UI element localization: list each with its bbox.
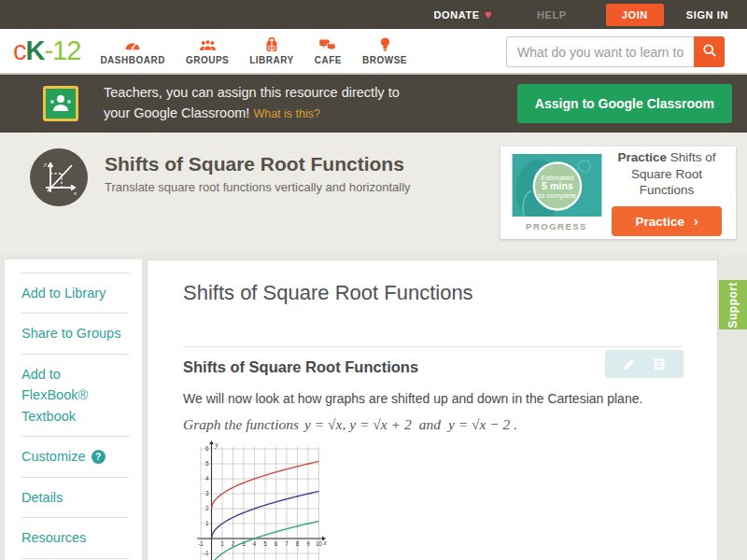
backpack-icon [264, 37, 279, 52]
account-bar: DONATE♥ HELP JOIN SIGN IN [0, 0, 747, 29]
svg-text:-1: -1 [198, 540, 204, 547]
page-title: Shifts of Square Root Functions [105, 153, 404, 175]
donate-heart-icon: ♥ [485, 7, 492, 21]
support-tab-label: Support [726, 282, 740, 329]
graph-figure: -112345678910-2-1123456yx [185, 438, 682, 560]
search-box [506, 36, 725, 67]
svg-text:4: 4 [205, 475, 209, 482]
support-tab[interactable]: Support [719, 280, 747, 329]
nav-item-library[interactable]: LIBRARY [249, 37, 294, 65]
edit-toolbar [605, 350, 684, 378]
svg-text:1: 1 [205, 520, 209, 526]
svg-text:x: x [73, 189, 78, 197]
article-card: Shifts of Square Root Functions Shifts o… [147, 259, 718, 560]
practice-thumbnail-column: Estimated 5 mins to complete PROGRESS [508, 154, 605, 231]
svg-text:x: x [323, 539, 328, 547]
google-classroom-icon [43, 86, 78, 121]
help-link[interactable]: HELP [537, 9, 567, 21]
formula-intro: Graph the functions [183, 416, 299, 432]
search-input[interactable] [506, 36, 694, 67]
exercise-prompt: Graph the functionsy = √x, y = √x + 2and… [183, 416, 682, 433]
search-icon [702, 43, 717, 62]
svg-text:3: 3 [205, 490, 209, 497]
nav-items: DASHBOARD GROUPS LIBRARY CAFE BROWSE [90, 37, 417, 65]
nav-item-dashboard[interactable]: DASHBOARD [100, 38, 165, 65]
nav-item-groups[interactable]: GROUPS [186, 38, 229, 65]
svg-text:8: 8 [296, 540, 300, 547]
practice-cta-column: Practice Shifts of Square Root Functions… [605, 154, 728, 231]
sidebar-item-share-to-groups[interactable]: Share to Groups [21, 313, 129, 353]
nav-label: LIBRARY [249, 55, 294, 65]
svg-text:y: y [215, 441, 219, 449]
article-divider [183, 346, 682, 347]
ck12-page: DONATE♥ HELP JOIN SIGN IN cK-12 DASHBOAR… [0, 0, 747, 560]
formula-part1: y = √x, y = √x + 2 [304, 416, 412, 432]
people-icon [199, 38, 217, 52]
nav-label: DASHBOARD [100, 55, 165, 65]
customize-help-badge[interactable]: ? [92, 450, 106, 464]
lesson-paragraph: We will now look at how graphs are shift… [183, 391, 682, 406]
nav-item-browse[interactable]: BROWSE [362, 37, 407, 65]
practice-caption: Practice Shifts of Square Root Functions [609, 149, 725, 199]
svg-text:10: 10 [316, 540, 323, 547]
join-button[interactable]: JOIN [606, 4, 664, 26]
google-classroom-banner: Teachers, you can assign this resource d… [0, 75, 747, 133]
what-is-this-link[interactable]: What is this? [253, 107, 320, 120]
sidebar-item-customize[interactable]: Customize? [21, 436, 129, 476]
lesson-header: y x Shifts of Square Root Functions Tran… [0, 133, 747, 255]
assign-to-google-classroom-button[interactable]: Assign to Google Classroom [517, 84, 732, 123]
svg-text:-1: -1 [204, 550, 209, 556]
logo-12: -12 [44, 35, 80, 65]
practice-button[interactable]: Practice› [612, 206, 722, 236]
practice-thumbnail: Estimated 5 mins to complete [509, 154, 605, 217]
svg-text:6: 6 [275, 540, 278, 547]
logo-k: K [26, 35, 45, 65]
sidebar-item-add-to-library[interactable]: Add to Library [21, 273, 129, 313]
practice-card: Estimated 5 mins to complete PROGRESS Pr… [500, 147, 736, 239]
lesson-graph-icon: y x [30, 148, 88, 206]
lightbulb-icon [380, 37, 390, 52]
logo-c: c [13, 35, 26, 65]
chat-bubbles-icon [319, 38, 336, 52]
svg-text:5: 5 [205, 460, 209, 467]
banner-message: Teachers, you can assign this resource d… [104, 83, 400, 124]
svg-text:9: 9 [306, 540, 310, 547]
nav-label: CAFE [315, 55, 342, 65]
estimated-line2: 5 mins [542, 180, 573, 191]
svg-text:1: 1 [220, 540, 224, 547]
main-nav: cK-12 DASHBOARD GROUPS LIBRARY CAFE BROW… [0, 29, 747, 75]
donate-link[interactable]: DONATE♥ [433, 7, 492, 21]
ck12-logo[interactable]: cK-12 [13, 35, 80, 66]
article-title: Shifts of Square Root Functions [183, 281, 682, 305]
page-subtitle: Translate square root functions vertical… [105, 180, 411, 194]
graph-svg: -112345678910-2-1123456yx [185, 438, 329, 560]
nav-label: GROUPS [186, 55, 229, 65]
pencil-icon[interactable] [623, 357, 636, 371]
svg-text:y: y [43, 161, 48, 168]
formula-and: and [419, 416, 441, 432]
sidebar-item-details[interactable]: Details [21, 477, 129, 517]
formula-part2: y = √x − 2 . [448, 416, 517, 432]
estimated-line3: to complete [538, 191, 576, 200]
svg-text:6: 6 [205, 445, 209, 452]
progress-label: PROGRESS [526, 221, 587, 231]
sidebar-item-resources[interactable]: Resources [21, 517, 129, 557]
sidebar-item-add-to-flexbook[interactable]: Add to FlexBook® Textbook [21, 354, 129, 436]
search-button[interactable] [694, 36, 725, 67]
sign-in-link[interactable]: SIGN IN [686, 9, 728, 21]
svg-text:2: 2 [205, 505, 209, 511]
notes-icon[interactable] [653, 357, 666, 371]
svg-text:5: 5 [263, 540, 267, 547]
nav-label: BROWSE [362, 55, 407, 65]
action-sidebar: Add to Library Share to Groups Add to Fl… [5, 259, 142, 560]
gauge-icon [124, 38, 141, 52]
svg-text:4: 4 [253, 540, 257, 547]
chevron-right-icon: › [694, 214, 698, 229]
nav-item-cafe[interactable]: CAFE [315, 38, 342, 65]
svg-text:7: 7 [285, 540, 289, 547]
